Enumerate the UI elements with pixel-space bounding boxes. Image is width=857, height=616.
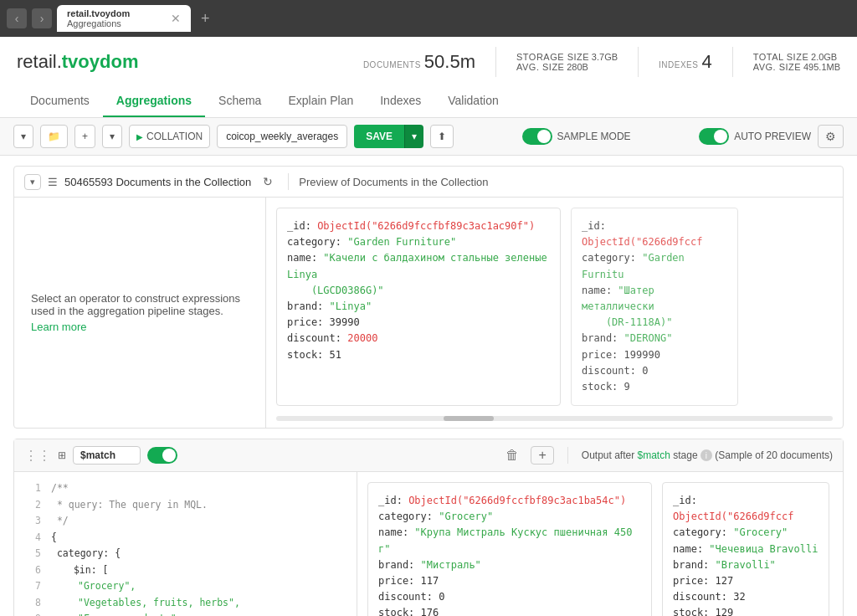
toolbar: ▾ 📁 + ▾ ▶ COLLATION coicop_weekly_averag… — [0, 118, 857, 156]
tab-validation[interactable]: Validation — [434, 85, 511, 117]
tab-schema[interactable]: Schema — [205, 85, 275, 117]
code-line-2: 2 * query: The query in MQL. — [24, 497, 346, 514]
tab-title: retail.tvoydom — [67, 8, 130, 18]
save-button[interactable]: SAVE — [354, 125, 404, 148]
collection-panel-body: Select an operator to construct expressi… — [14, 198, 843, 428]
docs-preview-area: _id: ObjectId("6266d9fccfbf89c3ac1ac90f"… — [265, 198, 843, 428]
collation-badge: ▶ COLLATION — [129, 125, 210, 148]
info-icon: i — [700, 449, 712, 461]
doc2-id: _id: ObjectId("6266d9fccf — [582, 218, 727, 250]
preview-label: Preview of Documents in the Collection — [299, 176, 488, 188]
storage-label: STORAGE SIZE — [516, 52, 589, 62]
add-button[interactable]: + — [74, 125, 95, 148]
out2-name: name: "Чечевица Bravolli — [673, 542, 819, 557]
doc1-name: name: "Качели с балдахином стальные зеле… — [287, 250, 550, 299]
code-line-5: 5 category: { — [24, 546, 346, 562]
out1-stock: stock: 176 — [378, 605, 641, 616]
header-stats: DOCUMENTS 50.5m STORAGE SIZE 3.7GB AVG. … — [363, 47, 840, 77]
auto-preview-group: AUTO PREVIEW — [699, 128, 811, 145]
app-header: retail.tvoydom DOCUMENTS 50.5m STORAGE S… — [0, 37, 857, 118]
total-size-stat-group: TOTAL SIZE 2.0GB AVG. SIZE 495.1MB — [753, 52, 840, 72]
storage-stat: STORAGE SIZE 3.7GB — [516, 52, 618, 62]
code-line-7: 7"Grocery", — [24, 578, 346, 595]
stage-number: ⊞ — [58, 449, 66, 461]
dropdown-button[interactable]: ▾ — [13, 125, 33, 148]
out2-category: category: "Grocery" — [673, 525, 819, 541]
forward-button[interactable]: › — [32, 8, 52, 28]
refresh-button[interactable]: ↻ — [258, 173, 278, 190]
preview-scrollbar-thumb — [444, 416, 494, 421]
out1-brand: brand: "Мистраль" — [378, 557, 641, 573]
sample-count-label: (Sample of 20 documents) — [715, 449, 833, 461]
preview-scrollbar[interactable] — [276, 416, 833, 421]
panel-divider — [288, 173, 289, 190]
tab-close-button[interactable]: ✕ — [171, 12, 181, 25]
output-doc-card-1: _id: ObjectId("6266d9fccfbf89c3ac1ba54c"… — [367, 482, 652, 616]
tab-documents[interactable]: Documents — [17, 85, 103, 117]
stage-operator-select[interactable]: $match $group $project $sort $limit — [73, 446, 141, 465]
stage-output-label: Output after $match stage i (Sample of 2… — [582, 449, 833, 462]
export-button[interactable]: ⬆ — [430, 125, 454, 148]
total-size-value: 2.0GB — [811, 52, 837, 62]
empty-panel-message: Select an operator to construct expressi… — [14, 198, 265, 428]
stage-operator-link[interactable]: $match — [638, 449, 670, 461]
panel-collapse-button[interactable]: ▾ — [24, 174, 41, 190]
new-tab-button[interactable]: + — [196, 10, 215, 28]
doc1-price: price: 39990 — [287, 315, 550, 331]
code-line-3: 3 */ — [24, 513, 346, 530]
docs-preview: _id: ObjectId("6266d9fccfbf89c3ac1ac90f"… — [266, 198, 843, 416]
more-button[interactable]: ▾ — [102, 125, 122, 148]
stage-operator-select-wrapper: $match $group $project $sort $limit — [73, 446, 141, 465]
stage-header-divider — [567, 447, 568, 464]
nav-tabs: Documents Aggregations Schema Explain Pl… — [17, 85, 840, 117]
code-line-1: 1/** — [24, 480, 346, 497]
app-container: retail.tvoydom DOCUMENTS 50.5m STORAGE S… — [0, 37, 857, 616]
empty-panel-text: Select an operator to construct expressi… — [31, 292, 249, 317]
browser-chrome: ‹ › retail.tvoydom Aggregations ✕ + — [0, 0, 857, 37]
stage-delete-button[interactable]: 🗑 — [500, 446, 524, 465]
stage-code-editor[interactable]: 1/** 2 * query: The query in MQL. 3 */ 4… — [14, 472, 357, 616]
learn-more-link[interactable]: Learn more — [31, 321, 86, 333]
total-size-label: TOTAL SIZE — [753, 52, 809, 62]
folder-button[interactable]: 📁 — [40, 125, 68, 148]
out1-price: price: 117 — [378, 573, 641, 589]
tab-indexes[interactable]: Indexes — [367, 85, 434, 117]
tab-aggregations[interactable]: Aggregations — [103, 85, 205, 117]
avg-size2-value: 495.1MB — [803, 62, 840, 72]
doc1-brand: brand: "Linya" — [287, 299, 550, 315]
documents-label: DOCUMENTS — [363, 60, 421, 69]
avg-size2-label: AVG. SIZE — [753, 62, 801, 72]
collation-label: COLLATION — [146, 131, 203, 142]
stage-toggle[interactable] — [147, 447, 177, 464]
tab-explain-plan[interactable]: Explain Plan — [275, 85, 367, 117]
settings-button[interactable]: ⚙ — [818, 125, 844, 148]
auto-preview-label: AUTO PREVIEW — [734, 131, 811, 142]
out2-discount: discount: 32 — [673, 589, 819, 605]
doc-card-2: _id: ObjectId("6266d9fccf category: "Gar… — [571, 208, 738, 406]
stage-header: ⋮⋮ ⊞ $match $group $project $sort $limit… — [14, 439, 843, 472]
avg-size2-stat: AVG. SIZE 495.1MB — [753, 62, 840, 72]
doc1-category: category: "Garden Furniture" — [287, 234, 550, 250]
doc2-stock: stock: 9 — [582, 379, 727, 395]
auto-preview-toggle[interactable] — [699, 128, 729, 145]
code-line-4: 4{ — [24, 530, 346, 547]
stat-divider-2 — [638, 47, 639, 77]
back-button[interactable]: ‹ — [7, 8, 27, 28]
logo-brand: tvoydom — [62, 51, 139, 72]
indexes-stat: INDEXES 4 — [659, 51, 712, 73]
logo-plain: retail. — [17, 51, 62, 72]
stage-body: 1/** 2 * query: The query in MQL. 3 */ 4… — [14, 472, 843, 616]
doc-count-label: 50465593 Documents in the Collection — [64, 176, 251, 188]
stage-add-button[interactable]: + — [531, 446, 553, 465]
doc1-stock: stock: 51 — [287, 347, 550, 363]
storage-value: 3.7GB — [592, 52, 618, 62]
collection-panel: ▾ ☰ 50465593 Documents in the Collection… — [13, 166, 844, 429]
doc2-category: category: "Garden Furnitu — [582, 250, 727, 282]
browser-tab: retail.tvoydom Aggregations ✕ — [57, 5, 191, 32]
save-dropdown-button[interactable]: ▾ — [404, 125, 423, 148]
drag-handle-icon[interactable]: ⋮⋮ — [24, 448, 51, 464]
doc1-discount: discount: 20000 — [287, 331, 550, 346]
sample-mode-toggle[interactable] — [522, 128, 552, 145]
code-line-9: 9"Frozen products", — [24, 611, 346, 616]
pipeline-name: coicop_weekly_averages — [217, 125, 347, 148]
